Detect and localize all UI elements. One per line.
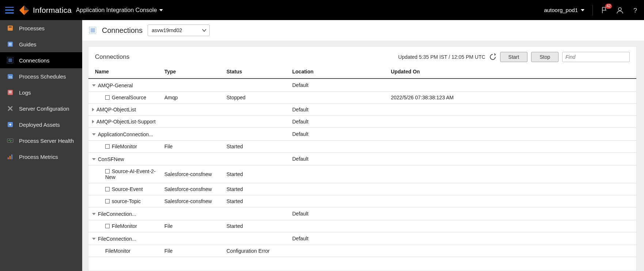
row-checkbox[interactable] — [105, 144, 110, 149]
sidebar-item-server-configuration[interactable]: Server Configuration — [0, 100, 82, 117]
server-select-value: asvw19rnd02 — [152, 27, 182, 33]
page-title: Connections — [102, 26, 142, 35]
page-header: Connections asvw19rnd02 — [82, 20, 644, 41]
column-name[interactable]: Name — [88, 65, 161, 79]
expand-toggle[interactable]: FileConnection... — [92, 211, 136, 217]
row-checkbox[interactable] — [105, 95, 110, 100]
sidebar-item-label: Process Metrics — [19, 154, 58, 160]
table-row[interactable]: ConSFNewDefault — [88, 153, 636, 165]
chevron-down-icon — [92, 84, 96, 87]
svg-rect-6 — [9, 27, 12, 27]
table-row[interactable]: Source-AI-Event-2-NewSalesforce-consfnew… — [88, 165, 636, 183]
find-input[interactable] — [562, 52, 630, 62]
expand-toggle[interactable]: AMQP-ObjectList-Support — [92, 119, 156, 125]
column-status[interactable]: Status — [224, 65, 289, 79]
metrics-icon — [7, 153, 14, 160]
sidebar-item-process-schedules[interactable]: 31Process Schedules — [0, 68, 82, 84]
svg-rect-15 — [9, 92, 12, 93]
row-checkbox[interactable] — [105, 169, 110, 173]
column-updated[interactable]: Updated On — [388, 65, 636, 79]
table-row[interactable]: FileMonitorFileStarted — [88, 141, 636, 153]
help-button[interactable]: ? — [632, 7, 639, 14]
connections-panel: Connections Updated 5:35 PM IST / 12:05 … — [88, 46, 637, 271]
sidebar-item-deployed-assets[interactable]: Deployed Assets — [0, 117, 82, 133]
expand-toggle[interactable]: AMQP-General — [92, 83, 133, 88]
top-bar: Informatica Application Integration Cons… — [0, 0, 644, 20]
brand-text: Informatica — [33, 6, 72, 15]
guide-icon — [7, 41, 14, 48]
main-area: Connections asvw19rnd02 Connections Upda… — [82, 20, 644, 271]
row-checkbox[interactable] — [105, 199, 110, 203]
connections-table: Name Type Status Location Updated On AMQ… — [88, 65, 636, 257]
sidebar-item-label: Guides — [19, 41, 37, 47]
table-row[interactable]: source-TopicSalesforce-consfnewStarted — [88, 195, 636, 207]
user-icon — [616, 7, 624, 14]
divider — [592, 5, 593, 16]
stop-button[interactable]: Stop — [531, 52, 559, 62]
sidebar-item-connections[interactable]: Connections — [0, 52, 82, 68]
svg-marker-1 — [24, 5, 29, 10]
table-row[interactable]: FileMonitorFileStarted — [88, 220, 636, 232]
sidebar-item-label: Deployed Assets — [19, 122, 60, 128]
chevron-down-icon — [581, 9, 584, 11]
connections-table-wrap[interactable]: Name Type Status Location Updated On AMQ… — [88, 65, 636, 271]
proc-icon — [7, 24, 14, 32]
sidebar-item-label: Logs — [19, 89, 31, 96]
column-type[interactable]: Type — [161, 65, 224, 79]
sidebar-item-process-metrics[interactable]: Process Metrics — [0, 149, 82, 165]
notifications-button[interactable]: 42 — [601, 7, 608, 14]
panel-title: Connections — [95, 53, 130, 61]
table-row[interactable]: ApplicationConnection...Default — [88, 128, 636, 141]
svg-rect-20 — [11, 154, 12, 159]
expand-toggle[interactable]: ApplicationConnection... — [92, 131, 153, 137]
table-row[interactable]: FileMonitorFileConfiguration Error — [88, 245, 636, 257]
app-name: Application Integration Console — [76, 7, 157, 14]
table-row[interactable]: FileConnection...Default — [88, 232, 636, 245]
chevron-down-icon — [92, 133, 96, 136]
svg-rect-10 — [8, 58, 12, 62]
expand-toggle[interactable]: FileConnection... — [92, 236, 136, 242]
chevron-right-icon — [92, 108, 94, 111]
svg-rect-8 — [9, 43, 12, 46]
sched-icon: 31 — [7, 73, 14, 80]
logo-icon — [19, 5, 29, 15]
row-checkbox[interactable] — [105, 187, 110, 191]
help-icon: ? — [632, 7, 639, 14]
depl-icon — [7, 121, 14, 128]
app-switcher[interactable]: Application Integration Console — [76, 7, 163, 14]
table-row[interactable]: AMQP-GeneralDefault — [88, 79, 636, 92]
table-row[interactable]: Source-EventSalesforce-consfnewStarted — [88, 183, 636, 195]
server-select[interactable]: asvw19rnd02 — [148, 24, 210, 36]
expand-toggle[interactable]: AMQP-ObjectList — [92, 107, 136, 112]
expand-toggle[interactable]: ConSFNew — [92, 156, 124, 162]
servcfg-icon — [7, 105, 14, 112]
menu-icon[interactable] — [5, 7, 14, 14]
sidebar-item-processes[interactable]: Processes — [0, 20, 82, 36]
svg-rect-5 — [8, 26, 13, 31]
table-row[interactable]: AMQP-ObjectListDefault — [88, 104, 636, 116]
notification-badge: 42 — [605, 4, 612, 9]
updated-text: Updated 5:35 PM IST / 12:05 PM UTC — [398, 54, 485, 60]
svg-text:?: ? — [633, 7, 637, 14]
table-row[interactable]: AMQP-ObjectList-SupportDefault — [88, 116, 636, 128]
table-row[interactable]: GeneralSourceAmqpStopped2022/5/26 07:38:… — [88, 92, 636, 104]
health-icon — [7, 137, 14, 144]
svg-rect-18 — [8, 157, 9, 159]
connections-icon — [89, 26, 97, 34]
start-button[interactable]: Start — [500, 52, 528, 62]
sidebar-item-logs[interactable]: Logs — [0, 84, 82, 100]
logs-icon — [7, 89, 14, 96]
user-button[interactable] — [616, 7, 624, 14]
sidebar-item-process-server-health[interactable]: Process Server Health — [0, 133, 82, 149]
refresh-icon[interactable] — [489, 53, 496, 61]
svg-rect-22 — [91, 28, 95, 33]
table-row[interactable]: FileConnection...Default — [88, 207, 636, 220]
column-location[interactable]: Location — [289, 65, 388, 79]
chevron-down-icon — [92, 238, 96, 240]
row-checkbox[interactable] — [105, 224, 110, 228]
chevron-down-icon — [202, 29, 206, 32]
sidebar-item-guides[interactable]: Guides — [0, 36, 82, 52]
svg-rect-19 — [9, 156, 11, 159]
org-switcher[interactable]: autoorg_pod1 — [544, 7, 584, 13]
svg-text:31: 31 — [9, 75, 12, 79]
